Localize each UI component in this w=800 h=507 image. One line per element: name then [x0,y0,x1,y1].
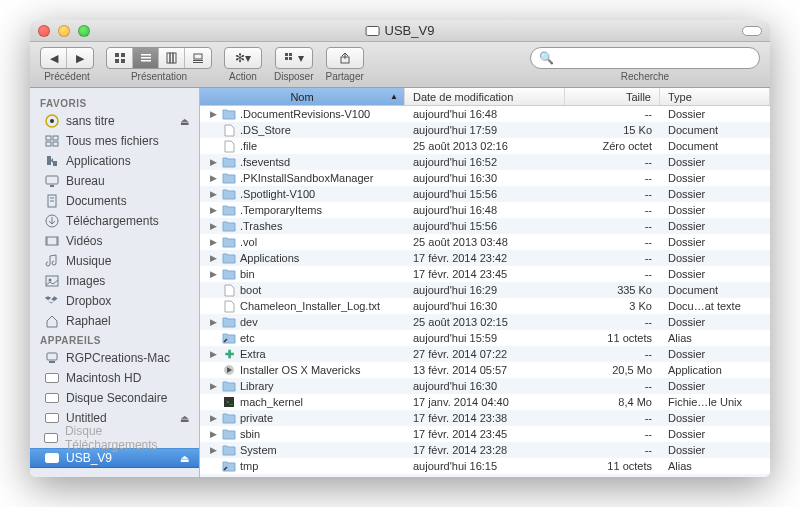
sidebar-item-images[interactable]: Images [30,271,199,291]
file-row[interactable]: ▶.fseventsdaujourd'hui 16:52--Dossier [200,154,770,170]
file-date: aujourd'hui 15:56 [405,188,565,200]
file-row[interactable]: ▶.DocumentRevisions-V100aujourd'hui 16:4… [200,106,770,122]
eject-icon[interactable]: ⏏ [180,116,189,127]
titlebar[interactable]: USB_V9 [30,20,770,42]
disclosure-triangle-icon[interactable]: ▶ [208,109,218,119]
disclosure-triangle-icon[interactable]: ▶ [208,189,218,199]
action-button[interactable]: ✻▾ [224,47,262,69]
forward-button[interactable]: ▶ [67,48,93,68]
header-name[interactable]: Nom▲ [200,88,405,105]
file-kind: Dossier [660,188,770,200]
file-row[interactable]: ▶Libraryaujourd'hui 16:30--Dossier [200,378,770,394]
file-row[interactable]: bootaujourd'hui 16:29335 KoDocument [200,282,770,298]
file-date: aujourd'hui 16:52 [405,156,565,168]
search-input[interactable] [559,51,751,65]
file-row[interactable]: Installer OS X Mavericks13 févr. 2014 05… [200,362,770,378]
file-name: usr [240,476,255,477]
svg-rect-31 [46,237,48,245]
sidebar-item-bureau[interactable]: Bureau [30,171,199,191]
sidebar-item-sans-titre[interactable]: sans titre⏏ [30,111,199,131]
svg-rect-2 [115,59,119,63]
file-row[interactable]: ▶.Trashesaujourd'hui 15:56--Dossier [200,218,770,234]
header-size[interactable]: Taille [565,88,660,105]
toolbar-toggle-button[interactable] [742,26,762,36]
file-row[interactable]: ▶.PKInstallSandboxManageraujourd'hui 16:… [200,170,770,186]
search-field[interactable]: 🔍 [530,47,760,69]
sidebar-section-header: APPAREILS [30,331,199,348]
eject-icon[interactable]: ⏏ [180,453,189,464]
file-name: dev [240,316,258,328]
disclosure-triangle-icon[interactable]: ▶ [208,413,218,423]
share-button[interactable] [326,47,364,69]
icon-view-button[interactable] [107,48,133,68]
disclosure-triangle-icon[interactable]: ▶ [208,205,218,215]
search-icon: 🔍 [539,51,554,65]
disclosure-triangle-icon[interactable]: ▶ [208,445,218,455]
close-button[interactable] [38,25,50,37]
header-date[interactable]: Date de modification [405,88,565,105]
sidebar-item-t-l-chargements[interactable]: Téléchargements [30,211,199,231]
minimize-button[interactable] [58,25,70,37]
file-row[interactable]: ▶.TemporaryItemsaujourd'hui 16:48--Dossi… [200,202,770,218]
file-date: 25 août 2013 03:48 [405,236,565,248]
coverflow-view-button[interactable] [185,48,211,68]
file-row[interactable]: ▶✚Extra27 févr. 2014 07:22--Dossier [200,346,770,362]
disclosure-triangle-icon[interactable]: ▶ [208,269,218,279]
file-row[interactable]: etcaujourd'hui 15:5911 octetsAlias [200,330,770,346]
back-button[interactable]: ◀ [41,48,67,68]
file-row[interactable]: >_mach_kernel17 janv. 2014 04:408,4 MoFi… [200,394,770,410]
file-size: 8,4 Mo [565,396,660,408]
file-row[interactable]: ▶private17 févr. 2014 23:38--Dossier [200,410,770,426]
file-row[interactable]: ▶sbin17 févr. 2014 23:45--Dossier [200,426,770,442]
arrange-button[interactable]: ▾ [275,47,313,69]
file-row[interactable]: ▶dev25 août 2013 02:15--Dossier [200,314,770,330]
file-row[interactable]: Chameleon_Installer_Log.txtaujourd'hui 1… [200,298,770,314]
sidebar-item-tous-mes-fichiers[interactable]: Tous mes fichiers [30,131,199,151]
sidebar-item-disque-secondaire[interactable]: Disque Secondaire [30,388,199,408]
file-name: .Trashes [240,220,282,232]
disclosure-triangle-icon[interactable]: ▶ [208,157,218,167]
file-kind: Dossier [660,172,770,184]
list-view-button[interactable] [133,48,159,68]
column-view-button[interactable] [159,48,185,68]
disclosure-triangle-icon[interactable]: ▶ [208,221,218,231]
disclosure-triangle-icon[interactable]: ▶ [208,173,218,183]
sidebar-item-vid-os[interactable]: Vidéos [30,231,199,251]
sidebar-item-label: Téléchargements [66,214,159,228]
sidebar-item-documents[interactable]: Documents [30,191,199,211]
file-row[interactable]: ▶.vol25 août 2013 03:48--Dossier [200,234,770,250]
file-row[interactable]: .DS_Storeaujourd'hui 17:5915 KoDocument [200,122,770,138]
disclosure-triangle-icon[interactable]: ▶ [208,429,218,439]
sidebar-item-applications[interactable]: Applications [30,151,199,171]
disclosure-triangle-icon[interactable]: ▶ [208,237,218,247]
file-kind: Dossier [660,108,770,120]
file-size: 335 Ko [565,284,660,296]
file-row[interactable]: ▶.Spotlight-V100aujourd'hui 15:56--Dossi… [200,186,770,202]
file-row[interactable]: ▶usraujourd'hui 16:44--Dossier [200,474,770,477]
disclosure-triangle-icon[interactable]: ▶ [208,317,218,327]
disclosure-triangle-icon[interactable]: ▶ [208,381,218,391]
images-icon [44,273,60,289]
file-kind: Dossier [660,380,770,392]
file-row[interactable]: ▶bin17 févr. 2014 23:45--Dossier [200,266,770,282]
file-date: 17 févr. 2014 23:45 [405,268,565,280]
file-date: 25 août 2013 02:16 [405,140,565,152]
sidebar-item-rgpcreations-mac[interactable]: RGPCreations-Mac [30,348,199,368]
file-row[interactable]: ▶System17 févr. 2014 23:28--Dossier [200,442,770,458]
header-kind[interactable]: Type [660,88,770,105]
disclosure-triangle-icon[interactable]: ▶ [208,349,218,359]
eject-icon[interactable]: ⏏ [180,413,189,424]
svg-rect-36 [49,361,55,363]
sidebar-item-musique[interactable]: Musique [30,251,199,271]
file-size: -- [565,380,660,392]
svg-rect-13 [285,53,288,56]
file-row[interactable]: .file25 août 2013 02:16Zéro octetDocumen… [200,138,770,154]
sidebar-item-raphael[interactable]: Raphael [30,311,199,331]
file-row[interactable]: tmpaujourd'hui 16:1511 octetsAlias [200,458,770,474]
zoom-button[interactable] [78,25,90,37]
sidebar-item-macintosh-hd[interactable]: Macintosh HD [30,368,199,388]
file-row[interactable]: ▶Applications17 févr. 2014 23:42--Dossie… [200,250,770,266]
sidebar-item-disque-t-l-chargements[interactable]: Disque Téléchargements [30,428,199,448]
sidebar-item-dropbox[interactable]: Dropbox [30,291,199,311]
disclosure-triangle-icon[interactable]: ▶ [208,253,218,263]
